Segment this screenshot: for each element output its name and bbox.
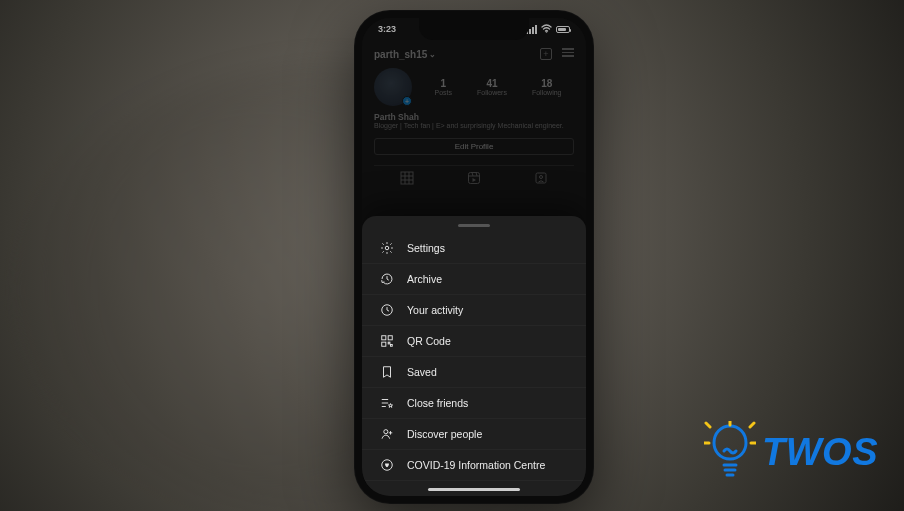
sheet-item-label: Archive [407, 273, 442, 285]
svg-rect-6 [468, 173, 479, 184]
svg-point-13 [385, 246, 389, 250]
svg-line-9 [476, 173, 477, 177]
svg-marker-23 [388, 404, 392, 408]
activity-icon [380, 303, 394, 317]
sheet-item-label: Discover people [407, 428, 482, 440]
reels-tab[interactable] [467, 171, 481, 185]
stat-posts-n: 1 [434, 78, 452, 89]
username-menu[interactable]: parth_sh15 ⌄ [374, 49, 436, 60]
svg-point-24 [384, 430, 388, 434]
stat-following-n: 18 [532, 78, 562, 89]
sheet-item-label: Saved [407, 366, 437, 378]
header-actions: + [540, 48, 574, 60]
menu-sheet: Settings Archive Your activity QR Code [362, 216, 586, 496]
gear-icon [380, 241, 394, 255]
bio: Parth Shah Blogger | Tech fan | E> and s… [374, 112, 574, 130]
chevron-down-icon: ⌄ [429, 50, 436, 59]
svg-rect-16 [388, 336, 392, 340]
status-icons [526, 24, 570, 35]
stat-following[interactable]: 18 Following [532, 78, 562, 96]
sheet-item-label: Your activity [407, 304, 463, 316]
sheet-item-archive[interactable]: Archive [362, 264, 586, 295]
list-star-icon [380, 396, 394, 410]
grid-tab[interactable] [400, 171, 414, 185]
sheet-item-label: Settings [407, 242, 445, 254]
profile-tabs [374, 165, 574, 185]
add-person-icon [380, 427, 394, 441]
sheet-item-activity[interactable]: Your activity [362, 295, 586, 326]
clock: 3:23 [378, 24, 396, 35]
edit-profile-button[interactable]: Edit Profile [374, 138, 574, 155]
display-name: Parth Shah [374, 112, 574, 122]
stat-following-l: Following [532, 89, 562, 96]
svg-rect-1 [401, 172, 413, 184]
username-label: parth_sh15 [374, 49, 427, 60]
phone-frame: 3:23 parth_sh15 ⌄ + [354, 10, 594, 504]
sheet-item-covid[interactable]: COVID-19 Information Centre [362, 450, 586, 481]
profile-view: parth_sh15 ⌄ + + 1 Posts [362, 18, 586, 228]
svg-rect-17 [382, 342, 386, 346]
qr-icon [380, 334, 394, 348]
watermark: TWOS [704, 421, 878, 483]
avatar[interactable]: + [374, 68, 412, 106]
stat-followers-l: Followers [477, 89, 507, 96]
tagged-tab[interactable] [534, 171, 548, 185]
home-indicator[interactable] [428, 488, 520, 492]
watermark-text: TWOS [762, 431, 878, 474]
notch [419, 18, 529, 40]
svg-marker-10 [472, 178, 476, 182]
archive-icon [380, 272, 394, 286]
bio-text: Blogger | Tech fan | E> and surprisingly… [374, 122, 574, 130]
svg-line-32 [706, 423, 710, 427]
add-story-badge[interactable]: + [402, 96, 412, 106]
svg-line-8 [472, 173, 473, 177]
svg-point-0 [546, 31, 548, 33]
sheet-grabber[interactable] [458, 224, 490, 227]
sheet-item-settings[interactable]: Settings [362, 233, 586, 264]
sheet-item-qr[interactable]: QR Code [362, 326, 586, 357]
lightbulb-icon [704, 421, 756, 483]
svg-line-33 [750, 423, 754, 427]
sheet-item-label: Close friends [407, 397, 468, 409]
create-button[interactable]: + [540, 48, 552, 60]
profile-stats-row: + 1 Posts 41 Followers 18 Following [374, 68, 574, 106]
sheet-item-discover[interactable]: Discover people [362, 419, 586, 450]
stat-followers[interactable]: 41 Followers [477, 78, 507, 96]
stat-posts-l: Posts [434, 89, 452, 96]
sheet-item-close-friends[interactable]: Close friends [362, 388, 586, 419]
sheet-item-label: COVID-19 Information Centre [407, 459, 545, 471]
phone-screen: 3:23 parth_sh15 ⌄ + [362, 18, 586, 496]
svg-rect-18 [388, 342, 390, 344]
profile-header: parth_sh15 ⌄ + [374, 48, 574, 60]
svg-rect-15 [382, 336, 386, 340]
sheet-item-saved[interactable]: Saved [362, 357, 586, 388]
bookmark-icon [380, 365, 394, 379]
heart-circle-icon [380, 458, 394, 472]
wifi-icon [541, 24, 552, 35]
svg-rect-19 [391, 345, 393, 347]
svg-point-12 [539, 176, 542, 179]
stat-followers-n: 41 [477, 78, 507, 89]
sheet-item-label: QR Code [407, 335, 451, 347]
stat-posts[interactable]: 1 Posts [434, 78, 452, 96]
battery-icon [556, 26, 570, 33]
menu-button[interactable] [562, 48, 574, 60]
stats: 1 Posts 41 Followers 18 Following [422, 78, 574, 96]
